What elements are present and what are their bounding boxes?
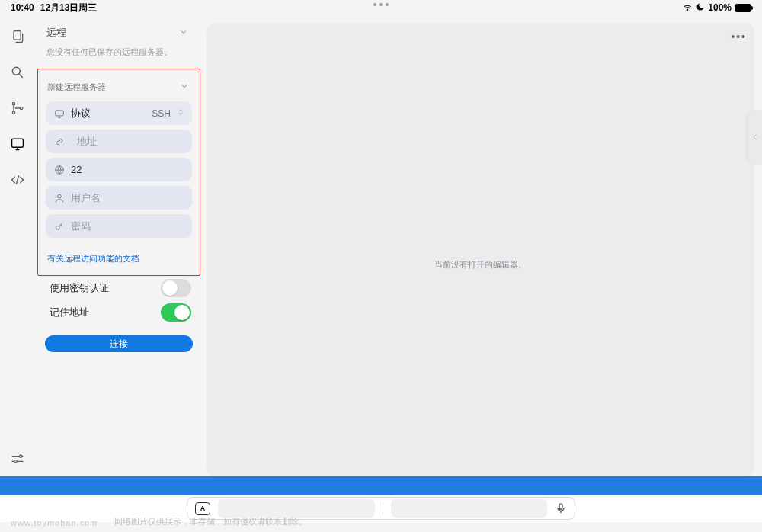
protocol-value: SSH xyxy=(152,108,171,119)
mic-icon[interactable] xyxy=(555,502,567,514)
sidebar: 远程 您没有任何已保存的远程服务器。 新建远程服务器 协议 SSH xyxy=(34,15,207,476)
side-handle[interactable] xyxy=(748,111,762,164)
search-icon[interactable] xyxy=(9,64,26,81)
sidebar-title: 远程 xyxy=(46,26,66,40)
battery-text: 100% xyxy=(708,2,732,13)
input-mode-badge[interactable]: A xyxy=(195,502,210,515)
new-server-form: 新建远程服务器 协议 SSH xyxy=(37,69,200,276)
no-servers-hint: 您没有任何已保存的远程服务器。 xyxy=(45,47,193,58)
text-field-right[interactable] xyxy=(391,499,548,518)
form-title: 新建远程服务器 xyxy=(47,82,106,93)
protocol-row[interactable]: 协议 SSH xyxy=(46,101,192,125)
connect-button[interactable]: 连接 xyxy=(45,335,193,352)
address-input[interactable] xyxy=(77,136,205,147)
empty-editor-msg: 当前没有打开的编辑器。 xyxy=(207,259,754,271)
link-icon xyxy=(53,136,65,147)
svg-point-7 xyxy=(19,455,21,457)
svg-point-0 xyxy=(687,10,688,11)
remember-toggle[interactable] xyxy=(161,303,191,322)
svg-rect-1 xyxy=(14,31,21,40)
password-row[interactable] xyxy=(46,214,192,238)
more-icon[interactable]: ••• xyxy=(731,30,747,43)
moon-icon xyxy=(696,2,705,14)
remember-label: 记住地址 xyxy=(50,306,89,319)
wifi-icon xyxy=(682,2,693,14)
svg-point-5 xyxy=(20,107,22,109)
activity-bar xyxy=(0,15,34,476)
remote-icon[interactable] xyxy=(9,136,26,152)
text-field-left[interactable] xyxy=(218,499,375,518)
user-icon xyxy=(53,192,65,204)
watermark-host: www.toymoban.com xyxy=(11,518,98,527)
password-input[interactable] xyxy=(71,220,199,232)
monitor-icon xyxy=(53,107,65,119)
watermark-text: 网络图片仅供展示，非存储，如有侵权请联系删除。 xyxy=(114,517,307,527)
source-control-icon[interactable] xyxy=(9,100,26,117)
username-input[interactable] xyxy=(71,192,199,204)
svg-point-12 xyxy=(56,226,59,229)
status-date: 12月13日周三 xyxy=(40,2,98,14)
chevron-down-icon[interactable] xyxy=(179,26,188,40)
status-time: 10:40 xyxy=(11,2,34,13)
address-row[interactable] xyxy=(46,130,192,153)
updown-icon xyxy=(177,107,184,120)
files-icon[interactable] xyxy=(9,28,26,45)
settings-icon[interactable] xyxy=(9,450,26,467)
svg-point-2 xyxy=(12,67,20,75)
port-input[interactable] xyxy=(71,164,199,175)
username-row[interactable] xyxy=(46,186,192,210)
editor-area: ••• 当前没有打开的编辑器。 xyxy=(207,23,754,476)
svg-rect-13 xyxy=(559,504,562,509)
svg-rect-6 xyxy=(11,139,23,147)
protocol-label: 协议 xyxy=(71,107,146,120)
bottom-bar xyxy=(0,476,762,495)
chevron-down-icon[interactable] xyxy=(180,80,189,94)
svg-point-11 xyxy=(57,194,61,198)
port-row[interactable] xyxy=(46,158,192,181)
globe-icon xyxy=(53,164,65,175)
battery-icon xyxy=(735,4,751,12)
key-icon xyxy=(53,220,65,232)
svg-point-3 xyxy=(12,103,14,105)
code-icon[interactable] xyxy=(9,171,26,188)
svg-rect-9 xyxy=(55,110,63,115)
key-auth-toggle[interactable] xyxy=(161,279,191,297)
doc-link[interactable]: 有关远程访问功能的文档 xyxy=(46,242,192,269)
status-bar: 10:40 12月13日周三 100% xyxy=(0,0,762,15)
key-auth-label: 使用密钥认证 xyxy=(50,281,109,295)
svg-point-4 xyxy=(12,111,14,114)
separator xyxy=(383,502,383,515)
multitask-dots[interactable] xyxy=(373,3,389,6)
svg-point-8 xyxy=(14,460,16,463)
